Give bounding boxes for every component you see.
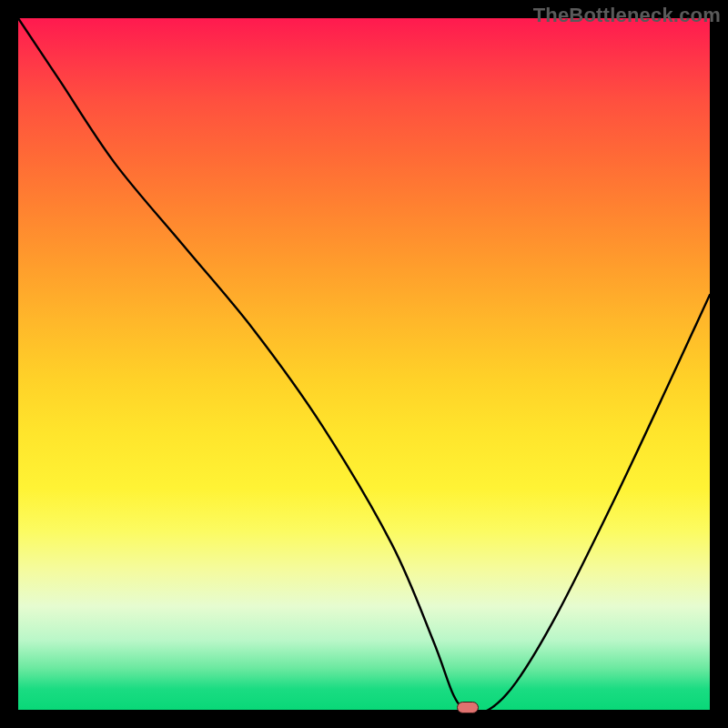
- chart-frame: TheBottleneck.com: [0, 0, 728, 728]
- plot-area: [18, 18, 710, 710]
- watermark-text: TheBottleneck.com: [533, 4, 721, 27]
- bottleneck-curve: [18, 18, 710, 710]
- optimal-point-marker: [457, 702, 479, 713]
